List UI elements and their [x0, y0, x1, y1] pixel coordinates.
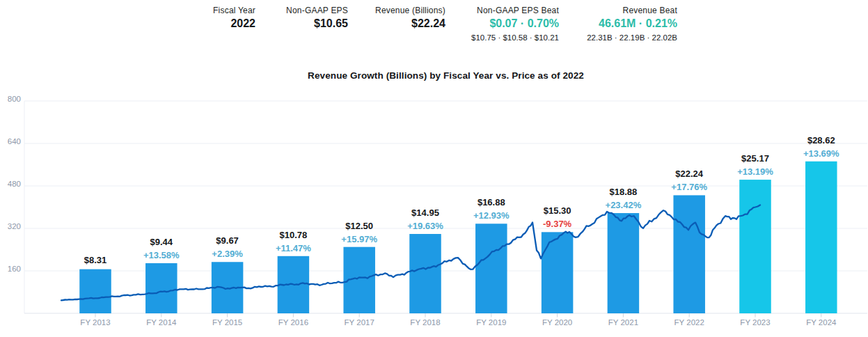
y-axis-label-640: 640	[8, 137, 21, 146]
revenue-price-chart[interactable]: 160320480640800FY 2013FY 2014FY 2015FY 2…	[0, 91, 868, 337]
bar-fy-2018[interactable]	[409, 234, 441, 313]
bar-value-label: $9.67	[216, 235, 239, 246]
bar-fy-2021[interactable]	[608, 213, 640, 313]
x-axis-label-fy-2015: FY 2015	[212, 318, 242, 327]
bar-fy-2024[interactable]	[805, 162, 837, 313]
stat-revenue-beat: Revenue Beat46.61M · 0.21%22.31B · 22.19…	[587, 6, 677, 42]
bar-value-label: $14.95	[411, 207, 439, 218]
bar-pct-label: +11.47%	[276, 243, 311, 253]
stat-value: 46.61M · 0.21%	[587, 17, 677, 30]
stat-label: Fiscal Year	[213, 6, 255, 15]
chart-title: Revenue Growth (Billions) by Fiscal Year…	[24, 70, 867, 81]
bar-value-label: $15.30	[544, 205, 571, 216]
bar-pct-label: +2.39%	[212, 249, 243, 259]
x-axis-label-fy-2023: FY 2023	[740, 318, 770, 327]
bar-value-label: $9.44	[150, 237, 173, 247]
stat-non-gaap-eps: Non-GAAP EPS$10.65	[286, 6, 348, 30]
stat-value: 2022	[213, 17, 255, 30]
bar-fy-2020[interactable]	[542, 232, 574, 313]
x-axis-label-fy-2022: FY 2022	[674, 318, 704, 327]
y-axis-label-320: 320	[8, 222, 21, 230]
stat-non-gaap-eps-beat: Non-GAAP EPS Beat$0.07 · 0.70%$10.75 · $…	[471, 6, 559, 42]
y-axis-label-480: 480	[8, 180, 21, 188]
bar-value-label: $10.78	[280, 230, 308, 240]
x-axis-label-fy-2016: FY 2016	[278, 318, 308, 327]
bar-value-label: $22.24	[675, 168, 704, 179]
bar-pct-label: +13.58%	[143, 250, 180, 260]
bar-fy-2023[interactable]	[739, 180, 771, 313]
x-axis-label-fy-2021: FY 2021	[608, 318, 638, 327]
x-axis-label-fy-2019: FY 2019	[476, 318, 506, 327]
stat-label: Revenue (Billions)	[375, 6, 445, 15]
bar-fy-2013[interactable]	[79, 269, 111, 313]
x-axis-label-fy-2017: FY 2017	[345, 318, 374, 327]
bar-value-label: $16.88	[478, 197, 505, 207]
x-axis-label-fy-2014: FY 2014	[146, 318, 177, 327]
bar-pct-label: +19.63%	[407, 221, 443, 231]
bar-pct-label: +12.93%	[473, 210, 510, 221]
bar-pct-label: +13.19%	[737, 166, 773, 177]
earnings-chart-panel: Fiscal Year2022Non-GAAP EPS$10.65Revenue…	[0, 0, 868, 337]
bar-pct-label: -9.37%	[543, 219, 572, 229]
x-axis-label-fy-2013: FY 2013	[80, 318, 110, 327]
x-axis-label-fy-2024: FY 2024	[806, 318, 837, 327]
bar-value-label: $28.62	[807, 135, 835, 146]
stat-value: $22.24	[375, 17, 445, 30]
bar-pct-label: +15.97%	[341, 234, 377, 244]
y-axis-label-160: 160	[8, 265, 21, 273]
bar-pct-label: +23.42%	[606, 200, 642, 210]
stat-sub-values: $10.75 · $10.58 · $10.21	[471, 33, 559, 42]
x-axis-label-fy-2018: FY 2018	[410, 318, 440, 327]
y-axis-label-800: 800	[8, 95, 21, 103]
bar-value-label: $25.17	[741, 153, 769, 164]
stat-value: $0.07 · 0.70%	[471, 17, 559, 30]
x-axis-label-fy-2020: FY 2020	[542, 318, 572, 327]
stat-sub-values: 22.31B · 22.19B · 22.02B	[587, 33, 677, 42]
stat-value: $10.65	[286, 17, 348, 30]
stat-revenue-billions-: Revenue (Billions)$22.24	[375, 6, 445, 30]
bar-value-label: $8.31	[84, 255, 107, 265]
bar-fy-2019[interactable]	[475, 224, 507, 313]
stat-label: Revenue Beat	[587, 6, 677, 15]
bar-pct-label: +17.76%	[671, 182, 707, 192]
stat-label: Non-GAAP EPS Beat	[471, 6, 559, 15]
bar-fy-2014[interactable]	[145, 263, 177, 313]
bar-value-label: $18.88	[610, 187, 638, 197]
stat-label: Non-GAAP EPS	[286, 6, 348, 15]
bar-value-label: $12.50	[345, 221, 373, 231]
bar-fy-2022[interactable]	[673, 195, 705, 313]
bar-pct-label: +13.69%	[803, 148, 839, 159]
stat-fiscal-year: Fiscal Year2022	[213, 6, 255, 30]
